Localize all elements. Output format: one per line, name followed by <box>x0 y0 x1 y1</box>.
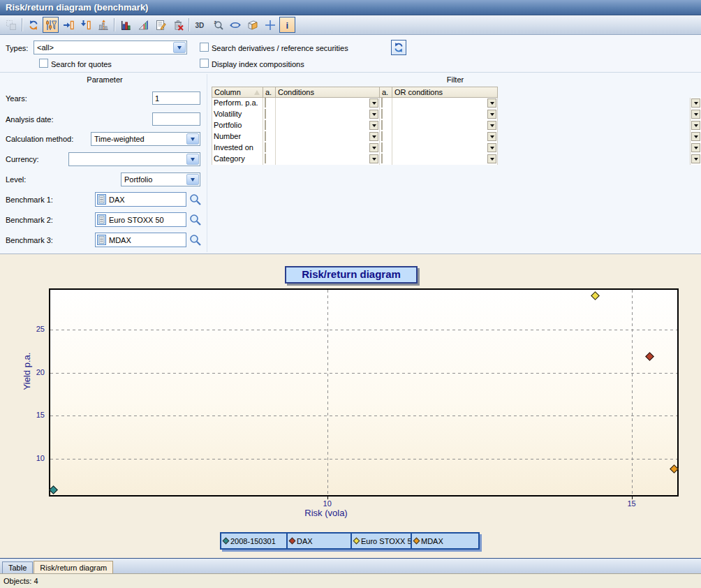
currency-combo[interactable] <box>68 152 200 166</box>
condition-dropdown-button[interactable] <box>691 143 700 152</box>
and-checkbox[interactable] <box>381 131 383 141</box>
condition-dropdown-button[interactable] <box>487 110 496 119</box>
conditions-cell[interactable] <box>276 131 380 142</box>
legend-item[interactable]: 2008-150301 <box>221 534 288 548</box>
drill-down-button[interactable] <box>78 17 94 33</box>
and-checkbox[interactable] <box>381 142 383 152</box>
conditions-cell[interactable] <box>276 154 380 165</box>
conditions-cell[interactable] <box>276 142 380 154</box>
report-button[interactable] <box>152 17 168 33</box>
or-conditions-cell-truncated[interactable] <box>691 131 701 142</box>
conditions-cell[interactable] <box>276 120 380 131</box>
data-point-mdax[interactable] <box>670 465 679 474</box>
and-checkbox[interactable] <box>381 109 383 119</box>
benchmark1-search-icon[interactable] <box>189 193 202 206</box>
benchmark2-search-icon[interactable] <box>189 214 202 226</box>
chart-marker-button[interactable] <box>95 17 111 33</box>
chevron-down-icon[interactable] <box>173 42 186 53</box>
or-conditions-cell[interactable] <box>392 154 497 165</box>
chevron-down-icon[interactable] <box>186 154 199 165</box>
level-combo[interactable]: Portfolio <box>121 172 200 186</box>
filter-row-label[interactable]: Perform. p.a. <box>212 98 263 109</box>
and-checkbox[interactable] <box>381 154 383 163</box>
legend-item[interactable]: Euro STOXX 50 <box>352 534 412 548</box>
index-compositions-checkbox[interactable] <box>200 59 209 68</box>
conditions-cell[interactable] <box>276 98 380 109</box>
filter-row-label[interactable]: Number <box>212 131 263 142</box>
conditions-cell[interactable] <box>276 109 380 120</box>
zoom-button[interactable]: z <box>209 17 226 33</box>
benchmark1-field[interactable]: DAX <box>95 192 186 207</box>
calculation-method-combo[interactable]: Time-weighted <box>91 132 200 146</box>
chevron-down-icon[interactable] <box>186 174 199 185</box>
condition-dropdown-button[interactable] <box>369 132 378 141</box>
or-conditions-cell[interactable] <box>392 142 497 154</box>
legend-item[interactable]: DAX <box>288 534 352 548</box>
or-conditions-cell[interactable] <box>392 109 497 120</box>
perspective-button[interactable] <box>244 17 260 33</box>
or-conditions-cell[interactable] <box>392 98 497 109</box>
data-point-euro-stoxx-50[interactable] <box>591 291 600 300</box>
tab-risk-return-diagram[interactable]: Risk/return diagram <box>34 561 113 573</box>
condition-dropdown-button[interactable] <box>369 98 378 108</box>
quotes-checkbox[interactable] <box>39 59 48 68</box>
condition-dropdown-button[interactable] <box>691 154 700 163</box>
or-conditions-cell-truncated[interactable] <box>691 154 701 165</box>
condition-dropdown-button[interactable] <box>487 98 496 108</box>
filter-row-label[interactable]: Portfolio <box>212 120 263 131</box>
types-combo[interactable]: <all> <box>34 41 187 54</box>
and-checkbox[interactable] <box>381 98 383 108</box>
condition-dropdown-button[interactable] <box>487 132 496 141</box>
rotate-button[interactable] <box>227 17 243 33</box>
tab-table[interactable]: Table <box>2 561 33 573</box>
or-conditions-cell-truncated[interactable] <box>691 109 701 120</box>
crosshair-button[interactable] <box>262 17 278 33</box>
condition-dropdown-button[interactable] <box>369 154 378 163</box>
filter-row-label[interactable]: Volatility <box>212 109 263 120</box>
and-checkbox[interactable] <box>265 120 266 130</box>
chart-design-button[interactable] <box>135 17 151 33</box>
filter-settings-button[interactable] <box>43 17 59 33</box>
filter-column-header[interactable]: Conditions <box>276 87 380 97</box>
info-button[interactable]: i <box>279 17 295 33</box>
refresh-button[interactable] <box>25 17 41 33</box>
condition-dropdown-button[interactable] <box>691 98 700 108</box>
run-search-button[interactable] <box>391 40 406 55</box>
or-conditions-cell[interactable] <box>392 131 497 142</box>
filter-row-label[interactable]: Invested on <box>212 142 263 154</box>
or-conditions-cell-truncated[interactable] <box>691 98 701 109</box>
data-point-dax[interactable] <box>645 352 654 361</box>
and-checkbox[interactable] <box>265 131 266 141</box>
and-checkbox[interactable] <box>265 98 266 108</box>
condition-dropdown-button[interactable] <box>369 143 378 152</box>
analysis-date-input[interactable] <box>152 112 200 126</box>
chevron-down-icon[interactable] <box>186 133 199 145</box>
and-checkbox[interactable] <box>381 120 383 130</box>
condition-dropdown-button[interactable] <box>487 143 496 152</box>
filter-row-label[interactable]: Category <box>212 154 263 165</box>
and-checkbox[interactable] <box>265 142 266 152</box>
benchmark2-field[interactable]: Euro STOXX 50 <box>95 212 186 227</box>
filter-column-header[interactable]: a. <box>380 87 392 97</box>
condition-dropdown-button[interactable] <box>691 132 700 141</box>
condition-dropdown-button[interactable] <box>369 121 378 130</box>
condition-dropdown-button[interactable] <box>487 154 496 163</box>
toggle-3d-button[interactable]: 3D <box>192 17 208 33</box>
years-input[interactable] <box>152 91 200 105</box>
or-conditions-cell-truncated[interactable] <box>691 120 701 131</box>
or-conditions-cell[interactable] <box>392 120 497 131</box>
filter-column-header[interactable]: a. <box>263 87 276 97</box>
benchmark3-search-icon[interactable] <box>189 234 202 247</box>
delete-button[interactable] <box>170 17 186 33</box>
derivatives-checkbox[interactable] <box>200 43 209 52</box>
benchmark3-field[interactable]: MDAX <box>95 233 186 247</box>
and-checkbox[interactable] <box>265 154 266 163</box>
filter-column-header[interactable]: Column <box>212 87 263 97</box>
condition-dropdown-button[interactable] <box>691 110 700 119</box>
data-point-2008-150301[interactable] <box>49 485 58 494</box>
or-conditions-cell-truncated[interactable] <box>691 142 701 154</box>
drill-right-button[interactable] <box>60 17 76 33</box>
condition-dropdown-button[interactable] <box>691 121 700 130</box>
condition-dropdown-button[interactable] <box>487 121 496 130</box>
and-checkbox[interactable] <box>265 109 266 119</box>
